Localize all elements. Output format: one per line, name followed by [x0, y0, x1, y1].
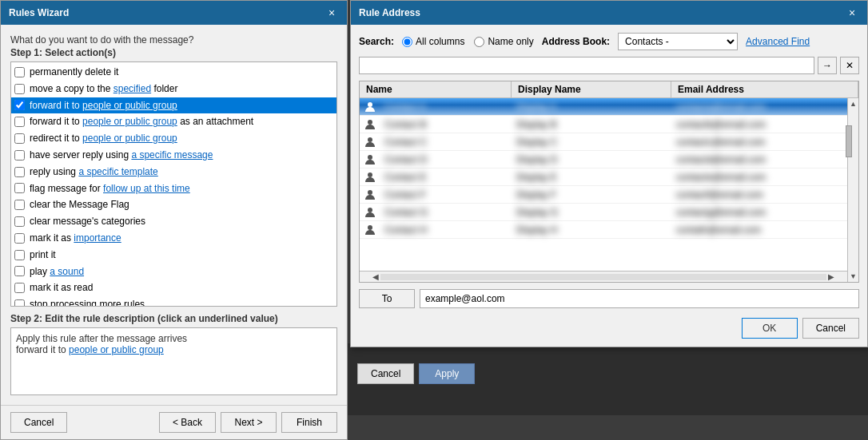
person-icon	[364, 224, 376, 236]
address-book-select[interactable]: Contacts -	[618, 33, 738, 50]
contact-email-cell: contacta@email.com	[671, 100, 847, 114]
contact-email-cell: contactb@email.com	[671, 117, 847, 132]
contact-row[interactable]: Contact HDisplay Hcontath@email.com	[360, 221, 847, 239]
action-link[interactable]: specified	[113, 83, 151, 94]
back-button[interactable]: < Back	[159, 412, 216, 433]
overlay-cancel-button[interactable]: Cancel	[357, 363, 414, 384]
action-link[interactable]: a specific template	[78, 166, 157, 177]
ok-button[interactable]: OK	[742, 318, 798, 339]
action-checkbox[interactable]	[14, 150, 25, 161]
action-checkbox[interactable]	[14, 283, 25, 293]
action-checkbox[interactable]	[14, 167, 25, 177]
rule-description: Apply this rule after the message arrive…	[10, 327, 337, 395]
action-label: flag message for follow up at this time	[30, 182, 190, 196]
svg-point-4	[368, 172, 372, 177]
h-scroll-right-icon[interactable]: ▶	[826, 272, 836, 281]
scroll-up-icon[interactable]: ▲	[848, 98, 858, 109]
overlay-apply-button[interactable]: Apply	[419, 363, 475, 384]
action-link[interactable]: people or public group	[82, 133, 177, 144]
contact-row[interactable]: Contact EDisplay Econtacte@email.com	[360, 168, 847, 186]
scrollbar-thumb[interactable]	[846, 125, 852, 157]
horizontal-scrollbar[interactable]: ◀ ▶	[360, 271, 847, 282]
contact-email-cell: contactg@email.com	[671, 205, 847, 220]
action-checkbox[interactable]	[14, 200, 25, 210]
action-item[interactable]: move a copy to the specified folder	[11, 81, 336, 97]
rule-address-cancel-button[interactable]: Cancel	[802, 318, 859, 339]
action-checkbox[interactable]	[14, 299, 25, 307]
contacts-table-body: Contact ADisplay Acontacta@email.comCont…	[360, 98, 847, 271]
action-checkbox[interactable]	[14, 266, 25, 276]
action-label: reply using a specific template	[30, 165, 158, 179]
action-item[interactable]: redirect it to people or public group	[11, 130, 336, 147]
action-link[interactable]: a sound	[50, 266, 84, 277]
finish-button[interactable]: Finish	[281, 412, 337, 433]
action-checkbox[interactable]	[14, 84, 25, 94]
svg-point-3	[368, 155, 372, 160]
vertical-scrollbar[interactable]: ▲ ▼	[847, 98, 858, 282]
action-link[interactable]: a specific message	[131, 149, 213, 161]
action-checkbox[interactable]	[14, 233, 25, 244]
action-item[interactable]: reply using a specific template	[11, 164, 336, 180]
radio-all-columns[interactable]: All columns	[402, 36, 464, 47]
action-label: permanently delete it	[30, 65, 118, 79]
action-link[interactable]: importance	[74, 232, 121, 244]
contact-display-cell: Display E	[512, 170, 671, 184]
action-item[interactable]: mark it as importance	[11, 230, 336, 247]
action-checkbox[interactable]	[14, 216, 25, 227]
action-link[interactable]: people or public group	[82, 116, 177, 127]
next-button[interactable]: Next >	[221, 412, 277, 433]
rule-address-close-button[interactable]: ×	[845, 6, 859, 20]
action-item[interactable]: clear message's categories	[11, 213, 336, 230]
contact-name-cell: Contact H	[380, 223, 512, 237]
contact-row[interactable]: Contact ADisplay Acontacta@email.com	[360, 98, 847, 116]
cancel-button[interactable]: Cancel	[10, 412, 67, 433]
action-item[interactable]: have server reply using a specific messa…	[11, 147, 336, 164]
action-checkbox[interactable]	[14, 117, 25, 127]
action-link[interactable]: people or public group	[82, 100, 177, 111]
search-clear-button[interactable]: ✕	[840, 57, 859, 74]
radio-name-only-input[interactable]	[474, 37, 484, 47]
action-checkbox[interactable]	[14, 133, 25, 144]
contact-row[interactable]: Contact GDisplay Gcontactg@email.com	[360, 204, 847, 221]
action-checkbox[interactable]	[14, 183, 25, 193]
rules-wizard-title: Rules Wizard	[9, 7, 69, 18]
contact-row[interactable]: Contact DDisplay Dcontactd@email.com	[360, 151, 847, 168]
action-item[interactable]: stop processing more rules	[11, 296, 336, 307]
action-item[interactable]: mark it as read	[11, 279, 336, 296]
contact-row[interactable]: Contact CDisplay Ccontactc@email.com	[360, 133, 847, 151]
action-item[interactable]: forward it to people or public group as …	[11, 113, 336, 130]
rules-wizard-window: Rules Wizard × What do you want to do wi…	[0, 0, 348, 440]
action-label: clear the Message Flag	[30, 198, 129, 212]
to-field[interactable]	[420, 289, 859, 308]
contact-email-cell: contacte@email.com	[671, 170, 847, 184]
rule-desc-link[interactable]: people or public group	[69, 344, 164, 355]
action-label: forward it to people or public group	[30, 99, 177, 113]
scroll-down-icon[interactable]: ▼	[848, 271, 858, 282]
action-checkbox[interactable]	[14, 100, 25, 110]
action-item[interactable]: permanently delete it	[11, 64, 336, 81]
advanced-find-link[interactable]: Advanced Find	[746, 36, 810, 47]
radio-all-columns-input[interactable]	[402, 37, 412, 47]
action-checkbox[interactable]	[14, 67, 25, 77]
h-scroll-left-icon[interactable]: ◀	[371, 272, 380, 281]
search-arrow-button[interactable]: →	[818, 57, 837, 74]
contact-row[interactable]: Contact FDisplay Fcontactf@email.com	[360, 186, 847, 204]
rules-wizard-close-button[interactable]: ×	[325, 6, 339, 20]
action-checkbox[interactable]	[14, 250, 25, 260]
rules-wizard-titlebar: Rules Wizard ×	[1, 1, 347, 25]
contact-row[interactable]: Contact BDisplay Bcontactb@email.com	[360, 116, 847, 133]
radio-name-only[interactable]: Name only	[474, 36, 533, 47]
to-row: To	[359, 289, 859, 308]
to-button[interactable]: To	[359, 289, 415, 308]
action-item[interactable]: print it	[11, 247, 336, 264]
action-item[interactable]: play a sound	[11, 264, 336, 280]
h-scroll-track[interactable]	[380, 274, 826, 280]
action-label: mark it as read	[30, 281, 93, 295]
action-item[interactable]: flag message for follow up at this time	[11, 180, 336, 197]
action-link[interactable]: follow up at this time	[103, 183, 190, 194]
contact-icon-cell	[360, 207, 380, 218]
action-item[interactable]: forward it to people or public group	[11, 97, 336, 114]
search-input[interactable]	[359, 57, 814, 74]
action-item[interactable]: clear the Message Flag	[11, 196, 336, 213]
contact-display-cell: Display G	[512, 205, 671, 220]
